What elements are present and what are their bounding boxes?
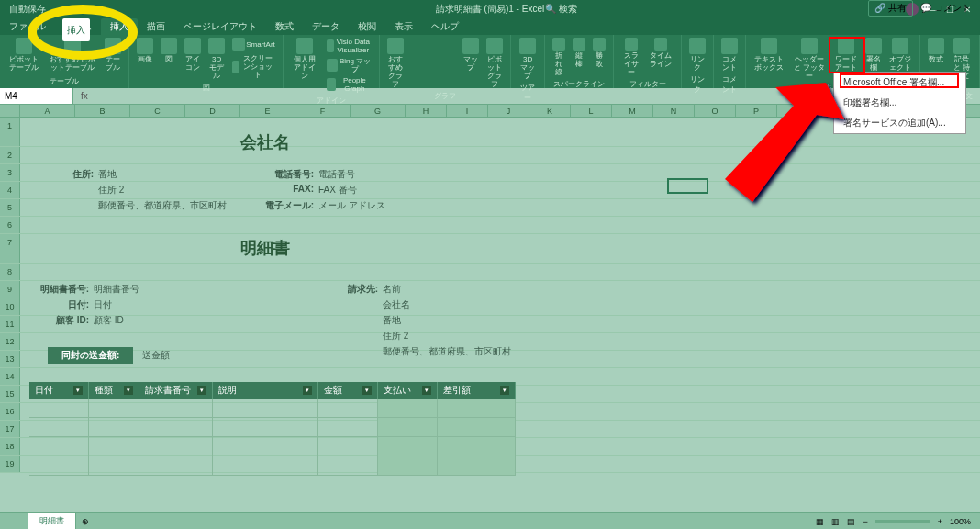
3d-models-button[interactable]: 3D モデル [206,37,227,81]
tab-ヘルプ[interactable]: ヘルプ [422,18,468,35]
filter-icon[interactable]: ▾ [500,386,509,395]
col-header-B[interactable]: B [75,105,130,117]
row-header-14[interactable]: 14 [0,368,20,385]
row-header-17[interactable]: 17 [0,421,20,437]
tab-ページレイアウト[interactable]: ページレイアウト [174,18,266,35]
add-signature-service-item[interactable]: 署名サービスの追加(A)... [834,113,965,133]
filter-icon[interactable]: ▾ [303,386,312,395]
col-header-M[interactable]: M [612,105,653,117]
table-row[interactable] [29,456,516,476]
row-header-15[interactable]: 15 [0,386,20,402]
row-header-19[interactable]: 19 [0,456,20,472]
col-header-C[interactable]: C [130,105,185,117]
header-footer-button[interactable]: ヘッダーと フッター [790,37,829,81]
table-col-6[interactable]: 差引額▾ [438,382,516,399]
smartart-button[interactable]: SmartArt [230,37,277,51]
table-row[interactable] [29,437,516,456]
filter-icon[interactable]: ▾ [124,386,133,395]
textbox-button[interactable]: テキスト ボックス [752,37,786,73]
col-header-N[interactable]: N [653,105,695,117]
row-header-1[interactable]: 1 [0,118,20,146]
row-header-5[interactable]: 5 [0,199,20,216]
icons-button[interactable]: アイ コン [183,37,203,73]
row-header-9[interactable]: 9 [0,281,20,298]
tab-データ[interactable]: データ [303,18,349,35]
col-header-E[interactable]: E [240,105,295,117]
signature-line-button[interactable]: 署名欄 [863,37,884,73]
view-page-icon[interactable]: ▥ [831,517,840,526]
col-header-G[interactable]: G [351,105,406,117]
row-header-16[interactable]: 16 [0,403,20,420]
row-header-8[interactable]: 8 [0,264,20,280]
tab-校閲[interactable]: 校閲 [349,18,385,35]
auto-save-toggle[interactable]: 自動保存 [9,3,46,16]
sheet-grid[interactable]: 会社名 住所: 番地 住所 2 郵便番号、都道府県、市区町村 電話番号: 電話番… [0,118,980,494]
col-header-K[interactable]: K [529,105,571,117]
col-header-A[interactable]: A [20,105,75,117]
recommended-charts-button[interactable]: おすすめ グラフ [385,37,406,89]
row-header-7[interactable]: 7 [0,234,20,263]
search-box[interactable]: 🔍検索 [545,3,577,16]
table-col-5[interactable]: 支払い▾ [378,382,438,399]
zoom-level[interactable]: 100% [950,517,971,526]
ms-signature-item[interactable]: Microsoft Office 署名欄... [834,73,965,93]
visio-button[interactable]: Visio Data Visualizer [325,37,374,55]
row-header-13[interactable]: 13 [0,351,20,367]
table-col-0[interactable]: 日付▾ [29,382,89,399]
table-row[interactable] [29,418,516,437]
filter-icon[interactable]: ▾ [422,386,431,395]
table-col-4[interactable]: 金額▾ [318,382,378,399]
screenshot-button[interactable]: スクリーンショット [230,53,277,80]
sparkline-column-button[interactable]: 縦棒 [571,37,587,69]
3d-map-button[interactable]: 3D マップ [517,37,539,81]
shapes-button[interactable]: 図 [159,37,179,64]
recommended-pivot-button[interactable]: おすすめ ピボットテーブル [46,37,99,73]
tab-ファイル[interactable]: ファイル [0,18,55,35]
tab-表示[interactable]: 表示 [385,18,422,35]
col-header-F[interactable]: F [295,105,351,117]
col-header-H[interactable]: H [406,105,447,117]
filter-icon[interactable]: ▾ [197,386,206,395]
zoom-in-button[interactable]: + [938,517,942,526]
col-header-Q[interactable]: Q [777,105,819,117]
table-col-2[interactable]: 請求書番号▾ [139,382,213,399]
link-button[interactable]: リン ク [687,37,707,73]
col-header-J[interactable]: J [488,105,529,117]
row-header-12[interactable]: 12 [0,333,20,350]
tab-描画[interactable]: 描画 [138,18,174,35]
add-sheet-button[interactable]: ⊕ [76,515,95,528]
equation-button[interactable]: 数式 [926,37,946,64]
table-row[interactable] [29,399,516,418]
row-header-4[interactable]: 4 [0,182,20,198]
timeline-button[interactable]: タイム ライン [647,37,675,69]
view-normal-icon[interactable]: ▦ [816,517,824,526]
filter-icon[interactable]: ▾ [73,386,83,395]
col-header-I[interactable]: I [447,105,488,117]
people-graph-button[interactable]: People Graph [325,75,374,94]
row-header-10[interactable]: 10 [0,298,20,315]
comment-button[interactable]: コメント [719,37,740,73]
pictures-button[interactable]: 画像 [135,37,155,64]
view-break-icon[interactable]: ▤ [847,517,855,526]
zoom-out-button[interactable]: − [863,517,867,526]
personal-addins-button[interactable]: 個人用アドイン [289,37,321,81]
sparkline-winloss-button[interactable]: 勝敗 [591,37,607,69]
select-all-corner[interactable] [0,105,20,117]
col-header-P[interactable]: P [736,105,777,117]
row-header-18[interactable]: 18 [0,438,20,455]
stamp-signature-item[interactable]: 印鑑署名欄... [834,93,965,113]
table-button[interactable]: テーブル [103,37,123,73]
table-col-1[interactable]: 種類▾ [89,382,139,399]
maps-button[interactable]: マップ [461,37,481,73]
pivot-table-button[interactable]: ピボット テーブル [6,37,42,73]
col-header-D[interactable]: D [185,105,240,117]
pivot-chart-button[interactable]: ピボットグラフ [484,37,505,89]
tab-数式[interactable]: 数式 [266,18,303,35]
row-header-6[interactable]: 6 [0,217,20,233]
wordart-button[interactable]: ワード アート [832,37,860,73]
row-header-3[interactable]: 3 [0,164,20,181]
comments-button[interactable]: 💬 コメント [920,2,971,15]
zoom-slider[interactable] [875,520,930,523]
table-col-3[interactable]: 説明▾ [213,382,318,399]
col-header-L[interactable]: L [571,105,612,117]
